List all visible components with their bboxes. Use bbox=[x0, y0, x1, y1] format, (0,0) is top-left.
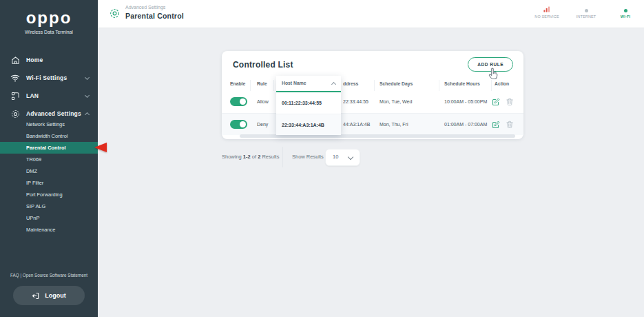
app-screen: oppo Wireless Data Terminal Home Wi-Fi S… bbox=[0, 0, 644, 321]
sub-item-label: Parental Control bbox=[26, 145, 66, 151]
pagination-divider bbox=[282, 147, 283, 167]
trash-icon[interactable] bbox=[506, 98, 514, 106]
host-name-floating-column: Host Name 00:11:22:33:44:55 22:33:44:A3:… bbox=[276, 76, 341, 135]
sidebar-submenu: Network Settings Bandwidth Control Paren… bbox=[0, 118, 98, 236]
sidebar-item-network-settings[interactable]: Network Settings bbox=[0, 118, 98, 130]
status-label: NO SERVICE bbox=[534, 14, 559, 19]
sidebar-item-label: Home bbox=[26, 56, 43, 63]
host-name-value: 22:33:44:A3:1A:4B bbox=[282, 114, 324, 136]
faq-open-source-link[interactable]: FAQ | Open Source Software Statement bbox=[0, 273, 98, 278]
col-header-rule: Rule bbox=[257, 77, 267, 91]
lan-icon bbox=[10, 91, 20, 101]
top-header: Advanced Settings Parental Control NO SE… bbox=[98, 0, 644, 28]
sidebar-item-parental-control[interactable]: Parental Control bbox=[0, 142, 98, 154]
table-row: Allow 22:33:44:55 Mon, Tue, Wed 10:00AM … bbox=[222, 91, 523, 113]
chevron-down-icon bbox=[85, 93, 90, 98]
logout-button[interactable]: Logout bbox=[13, 286, 85, 305]
host-name-value: 00:11:22:33:44:55 bbox=[282, 92, 322, 114]
sidebar-item-tr069[interactable]: TR069 bbox=[0, 154, 98, 165]
red-arrow-pointer bbox=[94, 143, 107, 152]
card-title: Controlled List bbox=[233, 60, 293, 70]
sub-item-label: Port Forwarding bbox=[26, 191, 63, 198]
sidebar-item-maintenance[interactable]: Maintenance bbox=[0, 224, 98, 236]
sub-item-label: Maintenance bbox=[26, 227, 55, 233]
signal-error-icon bbox=[543, 6, 550, 12]
page-title: Parental Control bbox=[125, 12, 184, 20]
sidebar-item-lan[interactable]: LAN bbox=[0, 87, 98, 105]
col-header-schedule-hours: Schedule Hours bbox=[444, 77, 480, 91]
status-label: WI-FI bbox=[621, 14, 630, 19]
sidebar-item-label: Advanced Settings bbox=[26, 110, 81, 117]
rule-cell: Allow bbox=[257, 91, 269, 113]
sidebar-item-dmz[interactable]: DMZ bbox=[0, 165, 98, 177]
wifi-icon bbox=[10, 73, 20, 83]
status-label: INTERNET bbox=[577, 14, 596, 19]
sub-item-label: DMZ bbox=[26, 168, 37, 174]
table-row: Deny 44:A3:1A:4B Mon, Thu, Fri 01:00AM -… bbox=[222, 113, 523, 135]
screenshot-margin bbox=[0, 317, 644, 321]
sidebar: oppo Wireless Data Terminal Home Wi-Fi S… bbox=[0, 0, 98, 317]
breadcrumb: Advanced Settings bbox=[125, 5, 165, 10]
address-cell-clipped: 44:A3:1A:4B bbox=[343, 114, 370, 136]
schedule-days-cell: Mon, Tue, Wed bbox=[380, 91, 412, 113]
page-size-value: 10 bbox=[333, 149, 338, 165]
host-name-cell: 22:33:44:A3:1A:4B bbox=[276, 114, 341, 135]
enable-toggle[interactable] bbox=[230, 120, 247, 129]
chevron-down-icon bbox=[85, 75, 90, 80]
address-cell-clipped: 22:33:44:55 bbox=[343, 91, 368, 113]
sub-item-label: TR069 bbox=[26, 156, 41, 163]
sub-item-label: UPnP bbox=[26, 215, 39, 221]
sidebar-item-label: LAN bbox=[26, 92, 39, 99]
schedule-hours-cell: 01:00AM - 07:00AM bbox=[444, 114, 487, 136]
gear-icon bbox=[110, 8, 120, 19]
cursor-hand-icon bbox=[486, 67, 499, 81]
show-results-label: Show Results bbox=[292, 154, 324, 160]
logout-label: Logout bbox=[45, 292, 66, 299]
sidebar-item-wifi-settings[interactable]: Wi-Fi Settings bbox=[0, 69, 98, 87]
sidebar-item-upnp[interactable]: UPnP bbox=[0, 212, 98, 224]
brand-logo: oppo bbox=[0, 8, 98, 28]
sidebar-menu: Home Wi-Fi Settings LAN Advan bbox=[0, 51, 98, 123]
schedule-hours-cell: 10:00AM - 05:00PM bbox=[444, 91, 487, 113]
internet-dot-icon bbox=[585, 6, 588, 12]
edit-icon[interactable] bbox=[492, 121, 500, 129]
enable-toggle[interactable] bbox=[230, 97, 247, 106]
col-header-host-name[interactable]: Host Name bbox=[282, 76, 307, 91]
sidebar-item-sip-alg[interactable]: SIP ALG bbox=[0, 200, 98, 212]
summary-text: Showing bbox=[222, 154, 243, 160]
rule-cell: Deny bbox=[257, 114, 268, 136]
table-header-row: Enable Rule ddress Schedule Days Schedul… bbox=[222, 77, 523, 92]
schedule-days-cell: Mon, Thu, Fri bbox=[380, 114, 408, 136]
sub-item-label: IP Filter bbox=[26, 180, 43, 186]
summary-text: Results bbox=[260, 154, 279, 160]
sidebar-item-port-forwarding[interactable]: Port Forwarding bbox=[0, 189, 98, 200]
wifi-dot-icon bbox=[624, 6, 627, 12]
sub-item-label: Network Settings bbox=[26, 121, 65, 127]
status-internet: INTERNET bbox=[572, 6, 601, 19]
chevron-down-icon bbox=[348, 154, 353, 160]
status-indicators: NO SERVICE INTERNET WI-FI bbox=[532, 6, 640, 19]
results-summary: Showing 1-2 of 2 Results bbox=[222, 154, 279, 160]
gear-icon bbox=[10, 109, 20, 118]
host-name-cell: 00:11:22:33:44:55 bbox=[276, 92, 341, 114]
trash-icon[interactable] bbox=[506, 121, 514, 129]
sort-ascending-icon[interactable] bbox=[331, 82, 336, 87]
sidebar-item-bandwidth-control[interactable]: Bandwidth Control bbox=[0, 130, 98, 142]
add-rule-label: ADD RULE bbox=[477, 62, 503, 67]
sidebar-item-home[interactable]: Home bbox=[0, 51, 98, 69]
sub-item-label: SIP ALG bbox=[26, 203, 45, 209]
summary-text: of bbox=[251, 154, 258, 160]
chevron-up-icon bbox=[85, 112, 90, 117]
controlled-list-card: Controlled List ADD RULE Enable Rule ddr… bbox=[222, 51, 523, 139]
sidebar-item-label: Wi-Fi Settings bbox=[26, 74, 67, 81]
edit-icon[interactable] bbox=[492, 98, 500, 106]
sidebar-item-ip-filter[interactable]: IP Filter bbox=[0, 177, 98, 189]
col-header-address-clipped: ddress bbox=[343, 77, 358, 91]
page-size-dropdown[interactable]: 10 bbox=[325, 149, 360, 166]
brand-tagline: Wireless Data Terminal bbox=[0, 30, 98, 34]
home-icon bbox=[10, 55, 20, 65]
col-header-enable: Enable bbox=[230, 77, 245, 91]
logout-icon bbox=[32, 292, 39, 300]
col-header-schedule-days: Schedule Days bbox=[380, 77, 413, 91]
status-wifi: WI-FI bbox=[611, 6, 640, 19]
